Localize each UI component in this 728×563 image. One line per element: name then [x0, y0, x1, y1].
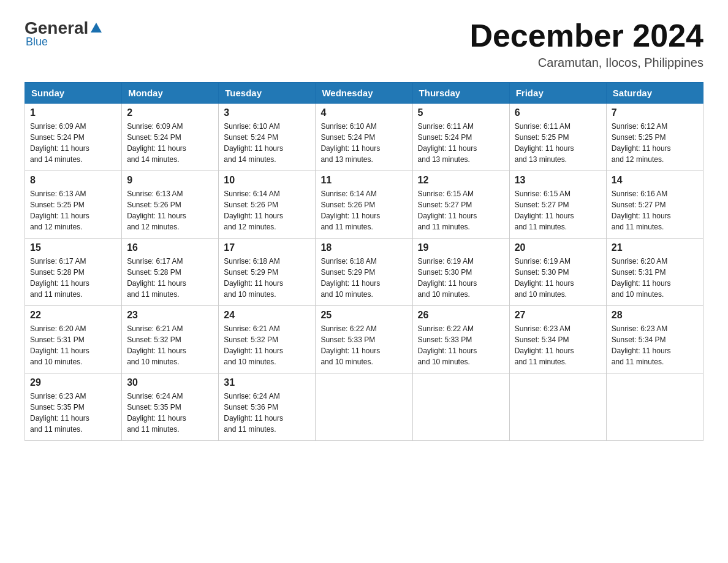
weekday-header-tuesday: Tuesday	[219, 83, 316, 104]
day-number: 29	[30, 377, 116, 388]
day-info: Sunrise: 6:11 AMSunset: 5:25 PMDaylight:…	[515, 121, 601, 165]
day-number: 20	[515, 242, 601, 253]
day-cell-29: 29 Sunrise: 6:23 AMSunset: 5:35 PMDaylig…	[25, 373, 122, 441]
day-cell-28: 28 Sunrise: 6:23 AMSunset: 5:34 PMDaylig…	[606, 306, 703, 373]
day-info: Sunrise: 6:19 AMSunset: 5:30 PMDaylight:…	[418, 256, 504, 300]
day-number: 2	[127, 107, 213, 118]
svg-marker-0	[91, 23, 102, 33]
weekday-header-row: SundayMondayTuesdayWednesdayThursdayFrid…	[25, 83, 703, 104]
empty-cell	[316, 373, 412, 441]
day-cell-12: 12 Sunrise: 6:15 AMSunset: 5:27 PMDaylig…	[412, 171, 509, 239]
day-info: Sunrise: 6:22 AMSunset: 5:33 PMDaylight:…	[320, 323, 407, 367]
day-number: 16	[127, 242, 213, 253]
day-number: 19	[418, 242, 504, 253]
day-number: 7	[612, 107, 698, 118]
day-info: Sunrise: 6:11 AMSunset: 5:24 PMDaylight:…	[418, 121, 504, 165]
week-row-2: 8 Sunrise: 6:13 AMSunset: 5:25 PMDayligh…	[25, 171, 703, 239]
day-cell-13: 13 Sunrise: 6:15 AMSunset: 5:27 PMDaylig…	[509, 171, 606, 239]
day-number: 1	[30, 107, 116, 118]
page-header: General Blue December 2024 Caramutan, Il…	[25, 18, 703, 70]
day-cell-21: 21 Sunrise: 6:20 AMSunset: 5:31 PMDaylig…	[606, 239, 703, 306]
day-number: 30	[127, 377, 213, 388]
logo-triangle-icon	[89, 21, 103, 35]
week-row-5: 29 Sunrise: 6:23 AMSunset: 5:35 PMDaylig…	[25, 373, 703, 441]
title-block: December 2024 Caramutan, Ilocos, Philipp…	[469, 18, 703, 70]
day-cell-27: 27 Sunrise: 6:23 AMSunset: 5:34 PMDaylig…	[509, 306, 606, 373]
week-row-1: 1 Sunrise: 6:09 AMSunset: 5:24 PMDayligh…	[25, 104, 703, 171]
day-cell-16: 16 Sunrise: 6:17 AMSunset: 5:28 PMDaylig…	[122, 239, 219, 306]
day-info: Sunrise: 6:24 AMSunset: 5:35 PMDaylight:…	[127, 391, 213, 435]
day-cell-11: 11 Sunrise: 6:14 AMSunset: 5:26 PMDaylig…	[316, 171, 412, 239]
day-cell-19: 19 Sunrise: 6:19 AMSunset: 5:30 PMDaylig…	[412, 239, 509, 306]
day-cell-17: 17 Sunrise: 6:18 AMSunset: 5:29 PMDaylig…	[219, 239, 316, 306]
day-number: 5	[418, 107, 504, 118]
day-info: Sunrise: 6:23 AMSunset: 5:35 PMDaylight:…	[30, 391, 116, 435]
day-info: Sunrise: 6:18 AMSunset: 5:29 PMDaylight:…	[320, 256, 407, 300]
week-row-3: 15 Sunrise: 6:17 AMSunset: 5:28 PMDaylig…	[25, 239, 703, 306]
day-info: Sunrise: 6:24 AMSunset: 5:36 PMDaylight:…	[224, 391, 310, 435]
day-number: 25	[320, 310, 407, 321]
day-number: 3	[224, 107, 310, 118]
day-info: Sunrise: 6:13 AMSunset: 5:25 PMDaylight:…	[30, 188, 116, 232]
weekday-header-friday: Friday	[509, 83, 606, 104]
day-cell-25: 25 Sunrise: 6:22 AMSunset: 5:33 PMDaylig…	[316, 306, 412, 373]
day-info: Sunrise: 6:21 AMSunset: 5:32 PMDaylight:…	[224, 323, 310, 367]
day-cell-2: 2 Sunrise: 6:09 AMSunset: 5:24 PMDayligh…	[122, 104, 219, 171]
day-cell-31: 31 Sunrise: 6:24 AMSunset: 5:36 PMDaylig…	[219, 373, 316, 441]
day-cell-3: 3 Sunrise: 6:10 AMSunset: 5:24 PMDayligh…	[219, 104, 316, 171]
day-info: Sunrise: 6:17 AMSunset: 5:28 PMDaylight:…	[127, 256, 213, 300]
logo-blue-text: Blue	[26, 36, 48, 48]
day-cell-4: 4 Sunrise: 6:10 AMSunset: 5:24 PMDayligh…	[316, 104, 412, 171]
day-info: Sunrise: 6:20 AMSunset: 5:31 PMDaylight:…	[30, 323, 116, 367]
day-cell-6: 6 Sunrise: 6:11 AMSunset: 5:25 PMDayligh…	[509, 104, 606, 171]
empty-cell	[606, 373, 703, 441]
day-cell-1: 1 Sunrise: 6:09 AMSunset: 5:24 PMDayligh…	[25, 104, 122, 171]
day-number: 18	[320, 242, 407, 253]
day-info: Sunrise: 6:16 AMSunset: 5:27 PMDaylight:…	[612, 188, 698, 232]
day-info: Sunrise: 6:19 AMSunset: 5:30 PMDaylight:…	[515, 256, 601, 300]
day-cell-18: 18 Sunrise: 6:18 AMSunset: 5:29 PMDaylig…	[316, 239, 412, 306]
day-info: Sunrise: 6:22 AMSunset: 5:33 PMDaylight:…	[418, 323, 504, 367]
day-number: 17	[224, 242, 310, 253]
day-cell-9: 9 Sunrise: 6:13 AMSunset: 5:26 PMDayligh…	[122, 171, 219, 239]
day-number: 23	[127, 310, 213, 321]
month-title: December 2024	[469, 18, 703, 53]
day-info: Sunrise: 6:10 AMSunset: 5:24 PMDaylight:…	[224, 121, 310, 165]
day-number: 28	[612, 310, 698, 321]
day-info: Sunrise: 6:18 AMSunset: 5:29 PMDaylight:…	[224, 256, 310, 300]
weekday-header-sunday: Sunday	[25, 83, 122, 104]
weekday-header-saturday: Saturday	[606, 83, 703, 104]
day-cell-26: 26 Sunrise: 6:22 AMSunset: 5:33 PMDaylig…	[412, 306, 509, 373]
day-number: 22	[30, 310, 116, 321]
day-number: 9	[127, 175, 213, 186]
empty-cell	[412, 373, 509, 441]
day-number: 12	[418, 175, 504, 186]
day-number: 6	[515, 107, 601, 118]
day-info: Sunrise: 6:12 AMSunset: 5:25 PMDaylight:…	[612, 121, 698, 165]
day-number: 11	[320, 175, 407, 186]
day-cell-15: 15 Sunrise: 6:17 AMSunset: 5:28 PMDaylig…	[25, 239, 122, 306]
week-row-4: 22 Sunrise: 6:20 AMSunset: 5:31 PMDaylig…	[25, 306, 703, 373]
day-info: Sunrise: 6:10 AMSunset: 5:24 PMDaylight:…	[320, 121, 407, 165]
day-number: 26	[418, 310, 504, 321]
day-info: Sunrise: 6:23 AMSunset: 5:34 PMDaylight:…	[515, 323, 601, 367]
day-number: 8	[30, 175, 116, 186]
empty-cell	[509, 373, 606, 441]
day-number: 21	[612, 242, 698, 253]
day-cell-7: 7 Sunrise: 6:12 AMSunset: 5:25 PMDayligh…	[606, 104, 703, 171]
day-info: Sunrise: 6:17 AMSunset: 5:28 PMDaylight:…	[30, 256, 116, 300]
weekday-header-wednesday: Wednesday	[316, 83, 412, 104]
day-number: 31	[224, 377, 310, 388]
day-info: Sunrise: 6:21 AMSunset: 5:32 PMDaylight:…	[127, 323, 213, 367]
day-number: 27	[515, 310, 601, 321]
day-cell-10: 10 Sunrise: 6:14 AMSunset: 5:26 PMDaylig…	[219, 171, 316, 239]
logo: General Blue	[25, 18, 104, 48]
day-info: Sunrise: 6:23 AMSunset: 5:34 PMDaylight:…	[612, 323, 698, 367]
day-number: 15	[30, 242, 116, 253]
day-info: Sunrise: 6:15 AMSunset: 5:27 PMDaylight:…	[418, 188, 504, 232]
day-number: 10	[224, 175, 310, 186]
day-cell-5: 5 Sunrise: 6:11 AMSunset: 5:24 PMDayligh…	[412, 104, 509, 171]
day-info: Sunrise: 6:14 AMSunset: 5:26 PMDaylight:…	[320, 188, 407, 232]
day-cell-20: 20 Sunrise: 6:19 AMSunset: 5:30 PMDaylig…	[509, 239, 606, 306]
day-number: 13	[515, 175, 601, 186]
